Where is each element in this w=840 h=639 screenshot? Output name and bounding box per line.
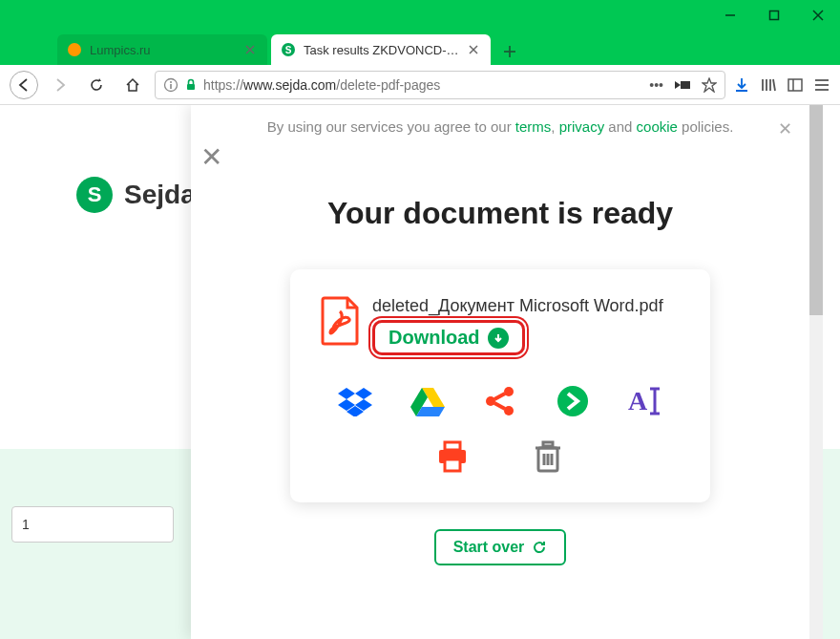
toolbar-actions <box>733 76 830 94</box>
favicon-icon: S <box>281 42 296 57</box>
download-arrow-icon <box>488 328 509 349</box>
sejda-logo[interactable]: S Sejda <box>76 177 196 213</box>
modal-content: Your document is ready deleted_Документ … <box>191 148 809 594</box>
start-over-button[interactable]: Start over <box>434 529 567 565</box>
url-actions: ••• <box>649 77 717 93</box>
address-bar[interactable]: https://www.sejda.com/delete-pdf-pages •… <box>155 71 725 99</box>
continue-icon[interactable] <box>554 382 592 420</box>
svg-line-20 <box>773 79 775 91</box>
window-titlebar <box>0 0 840 31</box>
start-over-label: Start over <box>453 539 525 556</box>
tab-label: Lumpics.ru <box>90 43 237 57</box>
scroll-thumb[interactable] <box>809 105 823 315</box>
tab-label: Task results ZKDVONCD-20180… <box>304 43 460 57</box>
terms-link[interactable]: terms <box>515 118 552 135</box>
tab-strip: Lumpics.ru S Task results ZKDVONCD-20180… <box>0 31 840 65</box>
google-drive-icon[interactable] <box>409 382 447 420</box>
svg-rect-41 <box>543 442 553 446</box>
result-panel: By using our services you agree to our t… <box>191 105 809 639</box>
svg-rect-21 <box>788 79 802 91</box>
sidebar-icon[interactable] <box>787 76 804 94</box>
pdf-icon <box>319 296 361 346</box>
download-button[interactable]: Download <box>372 320 525 355</box>
action-icon-row <box>319 437 682 476</box>
minimize-button[interactable] <box>708 0 752 31</box>
share-icon-row: A <box>319 382 682 420</box>
rename-icon[interactable]: A <box>626 382 664 420</box>
tab-sejda[interactable]: S Task results ZKDVONCD-20180… <box>271 34 491 65</box>
tab-lumpics[interactable]: Lumpics.ru <box>57 34 267 65</box>
svg-rect-37 <box>445 442 460 450</box>
file-row: deleted_Документ Microsoft Word.pdf Down… <box>319 296 682 355</box>
svg-line-30 <box>494 403 505 409</box>
svg-rect-16 <box>187 84 195 90</box>
tab-close-icon[interactable] <box>242 42 258 57</box>
svg-rect-38 <box>445 459 460 471</box>
cookie-link[interactable]: cookie <box>637 118 678 135</box>
more-icon[interactable]: ••• <box>649 77 663 93</box>
info-icon[interactable] <box>163 77 178 93</box>
favicon-icon <box>67 42 82 57</box>
share-icon[interactable] <box>481 382 519 420</box>
print-icon[interactable] <box>433 437 472 476</box>
window-controls <box>708 0 840 31</box>
new-tab-button[interactable] <box>494 38 525 65</box>
close-window-button[interactable] <box>796 0 840 31</box>
scrollbar[interactable] <box>809 105 823 639</box>
bookmark-icon[interactable] <box>702 77 717 93</box>
page-number-input[interactable]: 1 <box>11 506 174 543</box>
delete-icon[interactable] <box>529 437 567 476</box>
downloads-icon[interactable] <box>733 76 750 94</box>
svg-point-14 <box>170 81 172 83</box>
lock-icon <box>184 78 198 92</box>
logo-icon: S <box>76 177 113 213</box>
back-button[interactable] <box>10 71 38 99</box>
file-info: deleted_Документ Microsoft Word.pdf Down… <box>372 296 682 355</box>
maximize-button[interactable] <box>752 0 796 31</box>
menu-icon[interactable] <box>813 76 830 94</box>
reload-button[interactable] <box>82 71 111 99</box>
url-text: https://www.sejda.com/delete-pdf-pages <box>203 77 643 93</box>
privacy-link[interactable]: privacy <box>559 118 605 135</box>
svg-rect-15 <box>170 84 172 89</box>
page-title: Your document is ready <box>229 196 771 231</box>
svg-rect-1 <box>770 11 779 20</box>
dropbox-icon[interactable] <box>336 382 374 420</box>
tab-close-icon[interactable] <box>466 42 481 57</box>
page-content: S Sejda 1 By using our services you agre… <box>0 105 840 639</box>
modal-close-icon[interactable]: ✕ <box>200 141 222 173</box>
url-bar: https://www.sejda.com/delete-pdf-pages •… <box>0 65 840 105</box>
svg-text:S: S <box>285 45 292 55</box>
svg-point-4 <box>68 43 81 56</box>
forward-button[interactable] <box>46 71 74 99</box>
svg-line-29 <box>494 394 505 399</box>
logo-text: Sejda <box>124 180 196 210</box>
download-label: Download <box>388 327 480 349</box>
restart-icon <box>532 540 547 555</box>
home-button[interactable] <box>118 71 147 99</box>
filename: deleted_Документ Microsoft Word.pdf <box>372 296 682 316</box>
svg-text:A: A <box>628 387 648 415</box>
result-card: deleted_Документ Microsoft Word.pdf Down… <box>290 269 710 502</box>
cookie-close-icon[interactable]: ✕ <box>778 118 792 139</box>
svg-point-31 <box>557 386 588 416</box>
library-icon[interactable] <box>760 76 777 94</box>
reader-icon[interactable] <box>673 77 692 93</box>
cookie-notice: By using our services you agree to our t… <box>191 105 809 148</box>
